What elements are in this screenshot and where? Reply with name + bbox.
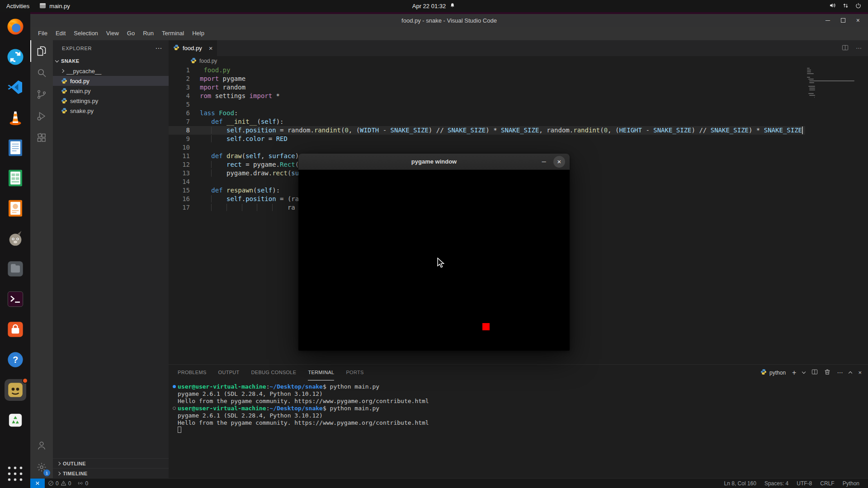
line-number[interactable]: 9 — [169, 135, 200, 143]
vscode-titlebar[interactable]: food.py - snake - Visual Studio Code ─ × — [30, 14, 868, 27]
menu-terminal[interactable]: Terminal — [158, 27, 188, 40]
menu-file[interactable]: File — [34, 27, 52, 40]
menu-edit[interactable]: Edit — [52, 27, 70, 40]
line-number[interactable]: 17 — [169, 203, 200, 212]
help-icon[interactable]: ? — [5, 349, 26, 371]
terminal-profile[interactable]: python — [760, 369, 786, 376]
panel-tab-terminal[interactable]: TERMINAL — [308, 365, 334, 380]
vlc-icon[interactable] — [5, 107, 26, 128]
line-number[interactable]: 12 — [169, 160, 200, 169]
gimp-icon[interactable] — [5, 228, 26, 249]
recycle-icon[interactable] — [5, 409, 26, 431]
line-number[interactable]: 15 — [169, 186, 200, 195]
menu-run[interactable]: Run — [139, 27, 158, 40]
line-number[interactable]: 10 — [169, 143, 200, 152]
line-number[interactable]: 4 — [169, 92, 200, 100]
vscode-icon[interactable] — [5, 76, 26, 98]
file-tree-item-main-py[interactable]: main.py — [53, 86, 169, 96]
line-number[interactable]: 1 — [169, 66, 200, 75]
explorer-icon[interactable] — [30, 40, 53, 62]
clock-menu[interactable]: Apr 22 01:32 — [412, 0, 456, 12]
split-terminal-icon[interactable] — [811, 369, 818, 376]
breadcrumb[interactable]: food.py — [169, 56, 868, 66]
libreoffice-calc-icon[interactable] — [5, 167, 26, 189]
code-line[interactable]: 5 — [169, 100, 805, 109]
problems-status[interactable]: 0 0 — [45, 480, 74, 487]
terminal-output[interactable]: user@user-virtual-machine:~/Desktop/snak… — [169, 380, 868, 478]
file-tree-item-food-py[interactable]: food.py — [53, 76, 169, 86]
code-line[interactable]: 3import random — [169, 83, 805, 92]
code-line[interactable]: 6class Food: — [169, 109, 805, 117]
section-timeline[interactable]: TIMELINE — [53, 468, 169, 478]
app-grid-icon[interactable] — [6, 465, 24, 483]
ports-status[interactable]: 0 — [74, 480, 91, 487]
code-line[interactable]: 7 def __init__(self): — [169, 117, 805, 126]
tab-food-py[interactable]: food.py × — [169, 40, 217, 56]
status-spaces[interactable]: Spaces: 4 — [761, 480, 792, 487]
menu-help[interactable]: Help — [188, 27, 208, 40]
close-button[interactable]: × — [856, 17, 860, 23]
minimize-button[interactable]: ─ — [826, 17, 830, 23]
firefox-icon[interactable] — [5, 16, 26, 38]
run-debug-icon[interactable] — [30, 105, 53, 127]
line-number[interactable]: 7 — [169, 117, 200, 126]
line-number[interactable]: 14 — [169, 178, 200, 186]
focused-app-menu[interactable]: main.py — [39, 2, 70, 10]
maximize-panel-icon[interactable] — [849, 371, 852, 375]
terminal-dropdown-icon[interactable] — [802, 370, 806, 374]
status-python[interactable]: Python — [840, 480, 863, 487]
panel-tab-output[interactable]: OUTPUT — [218, 365, 240, 380]
menu-view[interactable]: View — [102, 27, 123, 40]
status-ln[interactable]: Ln 8, Col 160 — [721, 480, 760, 487]
terminal-icon[interactable] — [5, 288, 26, 310]
line-number[interactable]: 13 — [169, 169, 200, 178]
code-line[interactable]: 1# food.py — [169, 66, 805, 75]
status-utf-8[interactable]: UTF-8 — [793, 480, 815, 487]
line-number[interactable]: 16 — [169, 195, 200, 203]
pygame-titlebar[interactable]: pygame window ─ × — [298, 154, 570, 170]
pygame-minimize-button[interactable]: ─ — [538, 156, 550, 168]
file-tree-item-snake-py[interactable]: snake.py — [53, 106, 169, 116]
code-line[interactable]: 2import pygame — [169, 75, 805, 83]
panel-tab-debug-console[interactable]: DEBUG CONSOLE — [251, 365, 297, 380]
line-number[interactable]: 8 — [169, 126, 200, 135]
line-number[interactable]: 3 — [169, 83, 200, 92]
folder-section-header[interactable]: SNAKE — [53, 56, 169, 66]
panel-tab-ports[interactable]: PORTS — [346, 365, 363, 380]
new-terminal-icon[interactable]: + — [792, 369, 796, 376]
code-line[interactable]: 4from settings import * — [169, 92, 805, 100]
editor-more-actions-icon[interactable]: ⋯ — [856, 45, 862, 52]
line-number[interactable]: 11 — [169, 152, 200, 160]
software-updater-icon[interactable] — [5, 46, 26, 68]
code-line[interactable]: 9 self.color = RED — [169, 135, 805, 143]
kill-terminal-icon[interactable] — [824, 369, 830, 376]
line-number[interactable]: 2 — [169, 75, 200, 83]
code-line[interactable]: 8 self.position = random.randint(0, (WID… — [169, 126, 805, 135]
pygame-close-button[interactable]: × — [553, 156, 565, 168]
remote-indicator[interactable] — [30, 479, 45, 488]
pygame-app-icon[interactable] — [5, 379, 26, 401]
section-outline[interactable]: OUTLINE — [53, 458, 169, 468]
extensions-icon[interactable] — [30, 127, 53, 149]
tab-close-icon[interactable]: × — [209, 44, 213, 52]
command-decoration[interactable] — [173, 407, 176, 410]
line-number[interactable]: 5 — [169, 100, 200, 109]
system-status-area[interactable] — [829, 2, 868, 10]
files-icon[interactable] — [5, 258, 26, 280]
activities-button[interactable]: Activities — [6, 3, 29, 9]
accounts-icon[interactable] — [30, 435, 53, 456]
libreoffice-impress-icon[interactable] — [5, 197, 26, 219]
command-decoration[interactable] — [173, 385, 176, 388]
line-number[interactable]: 6 — [169, 109, 200, 117]
menu-selection[interactable]: Selection — [70, 27, 102, 40]
ubuntu-software-icon[interactable] — [5, 319, 26, 340]
panel-more-actions-icon[interactable]: ⋯ — [837, 369, 843, 376]
split-editor-icon[interactable] — [842, 44, 849, 52]
code-line[interactable]: 10 — [169, 143, 805, 152]
panel-tab-problems[interactable]: PROBLEMS — [178, 365, 207, 380]
status-crlf[interactable]: CRLF — [817, 480, 837, 487]
close-panel-icon[interactable]: × — [858, 369, 862, 376]
minimap[interactable] — [805, 66, 862, 364]
search-icon[interactable] — [30, 62, 53, 84]
menu-go[interactable]: Go — [123, 27, 139, 40]
